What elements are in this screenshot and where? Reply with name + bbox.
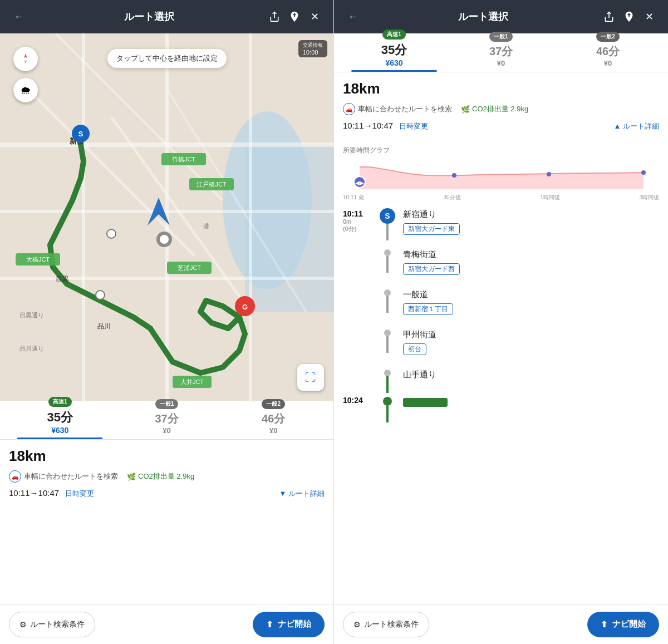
right-header: ← ルート選択 ✕ bbox=[334, 0, 668, 33]
svg-marker-38 bbox=[24, 54, 27, 58]
right-tab3-time: 46分 bbox=[596, 44, 620, 59]
left-tab-highway1[interactable]: 高速1 35分 ¥630 bbox=[7, 397, 114, 439]
right-conditions-button[interactable]: ⚙ ルート検索条件 bbox=[343, 612, 429, 637]
left-bottom-bar: ⚙ ルート検索条件 ⬆ ナビ開始 bbox=[0, 604, 333, 644]
compass-button[interactable] bbox=[13, 47, 38, 71]
left-time-change[interactable]: 日時変更 bbox=[65, 489, 94, 498]
route-step-5: 山手通り bbox=[343, 368, 659, 395]
left-navi-start-button[interactable]: ⬆ ナビ開始 bbox=[253, 612, 325, 637]
right-time-row: 10:11→10:47 日時変更 ▲ ルート詳細 bbox=[343, 121, 659, 131]
left-close-icon[interactable]: ✕ bbox=[304, 7, 325, 27]
svg-text:大井JCT: 大井JCT bbox=[180, 378, 204, 385]
left-tab-general1[interactable]: 一般1 37分 ¥0 bbox=[114, 399, 220, 439]
step-tag-hatsudai[interactable]: 初台 bbox=[403, 343, 426, 355]
right-tab2-time: 37分 bbox=[489, 44, 513, 59]
left-map[interactable]: 竹橋JCT 江戸橋JCT 大橋JCT 芝浦JCT 大井JCT 新宿 目黒 品川 … bbox=[0, 33, 334, 401]
right-route-detail: 10:11 0m (0分) S 新宿通り 新宿大ガード東 青梅街道 新宿大ガ bbox=[334, 208, 668, 604]
left-tab-general2[interactable]: 一般2 46分 ¥0 bbox=[220, 399, 327, 439]
right-tab-general2[interactable]: 一般2 46分 ¥0 bbox=[554, 32, 661, 72]
right-co2: 🌿 CO2排出量 2.9kg bbox=[461, 104, 528, 114]
svg-point-44 bbox=[641, 170, 646, 175]
step-road-koshu: 甲州街道 bbox=[403, 330, 659, 340]
right-tab1-time: 35分 bbox=[381, 42, 407, 58]
step-tag-shinjuku-nishi[interactable]: 新宿大ガード西 bbox=[403, 263, 460, 275]
graph-container[interactable]: ◀▶ bbox=[343, 159, 659, 192]
svg-text:目黒: 目黒 bbox=[56, 275, 69, 283]
svg-text:竹橋JCT: 竹橋JCT bbox=[172, 156, 195, 163]
right-share-icon[interactable] bbox=[599, 7, 619, 27]
right-route-tabs: 高速1 35分 ¥630 一般1 37分 ¥0 一般2 46分 ¥0 bbox=[334, 33, 668, 72]
route-step-6: 10:24 bbox=[343, 395, 659, 422]
svg-point-37 bbox=[160, 235, 169, 244]
svg-point-34 bbox=[107, 229, 116, 238]
right-tab2-cost: ¥0 bbox=[497, 59, 505, 67]
right-distance: 18km bbox=[343, 80, 659, 97]
step-dot-start: S bbox=[380, 208, 395, 224]
step-tag-shinjuku-higashi[interactable]: 新宿大ガード東 bbox=[403, 223, 460, 235]
right-tab-highway1[interactable]: 高速1 35分 ¥630 bbox=[341, 30, 448, 72]
step-time-start: 10:11 bbox=[343, 209, 376, 218]
graph-label-start: 10:11 発 bbox=[343, 194, 364, 201]
traffic-info-badge: 交通情報 10:00 bbox=[298, 40, 327, 57]
step-content-3: 一般道 西新宿１丁目 bbox=[399, 288, 659, 328]
weather-button[interactable]: 🌧 bbox=[13, 78, 38, 102]
svg-text:◀▶: ◀▶ bbox=[355, 180, 364, 186]
left-tab1-cost: ¥630 bbox=[51, 426, 68, 435]
right-header-title: ルート選択 bbox=[367, 10, 599, 23]
svg-text:大橋JCT: 大橋JCT bbox=[26, 256, 50, 263]
step-road-general: 一般道 bbox=[403, 289, 659, 300]
step-dist-sub-start: (0分) bbox=[343, 225, 376, 233]
graph-label: 所要時間グラフ bbox=[343, 146, 659, 155]
right-tab1-cost: ¥630 bbox=[385, 58, 402, 67]
expand-map-button[interactable]: ⛶ bbox=[297, 364, 324, 391]
right-tab-general1[interactable]: 一般1 37分 ¥0 bbox=[448, 32, 554, 72]
right-time-change[interactable]: 日時変更 bbox=[399, 122, 428, 130]
step-dot-3 bbox=[384, 289, 391, 296]
left-add-location-icon[interactable] bbox=[284, 7, 304, 27]
right-gear-icon: ⚙ bbox=[353, 620, 361, 629]
right-route-detail-link[interactable]: ▲ ルート詳細 bbox=[614, 121, 659, 131]
step-dot-6 bbox=[383, 397, 392, 406]
right-width-search[interactable]: 🚗 車幅に合わせたルートを検索 bbox=[343, 103, 452, 115]
right-feature-row: 🚗 車幅に合わせたルートを検索 🌿 CO2排出量 2.9kg bbox=[343, 103, 659, 115]
right-time-range: 10:11→10:47 bbox=[343, 121, 393, 130]
left-share-icon[interactable] bbox=[264, 7, 284, 27]
left-back-button[interactable]: ← bbox=[9, 7, 29, 27]
left-time-row: 10:11→10:47 日時変更 ▼ ルート詳細 bbox=[9, 488, 325, 499]
step-road-yamate: 山手通り bbox=[403, 370, 659, 380]
left-conditions-button[interactable]: ⚙ ルート検索条件 bbox=[9, 612, 95, 637]
right-navi-start-button[interactable]: ⬆ ナビ開始 bbox=[587, 612, 659, 637]
svg-text:品川: 品川 bbox=[97, 322, 111, 330]
right-close-icon[interactable]: ✕ bbox=[639, 7, 659, 27]
right-back-button[interactable]: ← bbox=[343, 7, 363, 27]
gear-icon: ⚙ bbox=[19, 620, 27, 629]
left-tab3-cost: ¥0 bbox=[269, 426, 277, 435]
right-navi-icon: ⬆ bbox=[601, 620, 608, 630]
svg-text:芝浦JCT: 芝浦JCT bbox=[178, 264, 201, 271]
step-road-ome: 青梅街道 bbox=[403, 249, 659, 260]
step-time-1024: 10:24 bbox=[343, 396, 376, 405]
route-step-4: 甲州街道 初台 bbox=[343, 328, 659, 368]
right-add-location-icon[interactable] bbox=[619, 7, 639, 27]
step-tag-nishishinjuku[interactable]: 西新宿１丁目 bbox=[403, 303, 453, 315]
left-tab3-time: 46分 bbox=[262, 411, 285, 426]
step-road-shinjukudori: 新宿通り bbox=[403, 209, 659, 220]
left-route-tabs: 高速1 35分 ¥630 一般1 37分 ¥0 一般2 46分 ¥0 bbox=[0, 401, 333, 440]
svg-point-43 bbox=[547, 172, 551, 176]
graph-label-3h: 3時間後 bbox=[639, 194, 659, 201]
right-tab3-badge: 一般2 bbox=[596, 32, 620, 42]
step-content-4: 甲州街道 初台 bbox=[399, 328, 659, 368]
route-step-3: 一般道 西新宿１丁目 bbox=[343, 288, 659, 328]
right-graph-section: 所要時間グラフ ◀▶ 10:11 発 30分後 1時間後 3時間後 bbox=[334, 141, 668, 208]
svg-text:江戸橋JCT: 江戸橋JCT bbox=[197, 181, 226, 188]
graph-time-labels: 10:11 発 30分後 1時間後 3時間後 bbox=[343, 194, 659, 201]
svg-text:目黒通り: 目黒通り bbox=[19, 312, 44, 318]
left-route-detail-link[interactable]: ▼ ルート詳細 bbox=[279, 489, 325, 499]
right-tab1-badge: 高速1 bbox=[382, 30, 406, 40]
left-tab2-time: 37分 bbox=[155, 411, 178, 426]
left-header: ← ルート選択 ✕ bbox=[0, 0, 333, 33]
step-content-5: 山手通り bbox=[399, 368, 659, 395]
step-line-2 bbox=[386, 256, 389, 273]
step-line-6 bbox=[386, 406, 389, 422]
left-width-search[interactable]: 🚗 車幅に合わせたルートを検索 bbox=[9, 470, 118, 483]
